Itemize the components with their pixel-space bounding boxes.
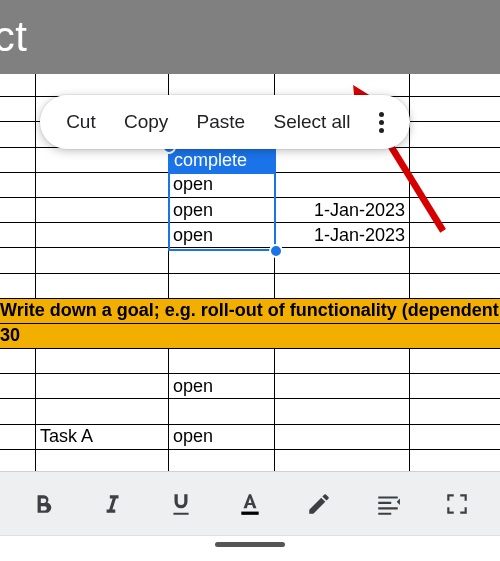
milestone-row: Write down a goal; e.g. roll-out of func… (0, 298, 500, 323)
cell-date[interactable]: 1-Jan-2023 (275, 223, 410, 248)
ctx-select-all[interactable]: Select all (267, 107, 356, 137)
expand-icon (444, 491, 470, 517)
cell-date[interactable]: 1-Jan-2023 (275, 197, 410, 222)
title-bar: ject (0, 0, 500, 74)
underline-icon (168, 491, 194, 517)
table-row (0, 273, 500, 298)
drag-handle[interactable] (215, 542, 285, 547)
table-row: Task A open (0, 424, 500, 449)
cell-status[interactable]: open (169, 374, 275, 399)
ctx-more-icon[interactable] (373, 106, 390, 139)
table-row: open (0, 172, 500, 197)
ctx-copy[interactable]: Copy (118, 107, 174, 137)
text-color-button[interactable] (225, 484, 275, 524)
table-row (0, 248, 500, 273)
cell-date[interactable] (275, 172, 410, 197)
document-title: ject (0, 13, 27, 61)
milestone-row: 30 (0, 323, 500, 348)
underline-button[interactable] (156, 484, 206, 524)
bottom-handle-bar (0, 535, 500, 561)
cell-label[interactable] (36, 374, 169, 399)
cell-status[interactable]: open (169, 223, 275, 248)
align-button[interactable] (363, 484, 413, 524)
expand-button[interactable] (432, 484, 482, 524)
table-row (0, 349, 500, 374)
text-color-icon (237, 491, 263, 517)
table-row: open 1-Jan-2023 (0, 223, 500, 248)
cell-due[interactable]: 10-Jan (410, 147, 501, 172)
fill-color-button[interactable] (294, 484, 344, 524)
ctx-cut[interactable]: Cut (60, 107, 102, 137)
cell-status[interactable]: open (169, 424, 275, 449)
bold-icon (30, 491, 56, 517)
cell-status[interactable]: open (169, 172, 275, 197)
italic-icon (99, 491, 125, 517)
milestone-text[interactable]: Write down a goal; e.g. roll-out of func… (0, 298, 500, 323)
table-row: open 1-Jan-2023 (0, 197, 500, 222)
context-menu: Cut Copy Paste Select all (40, 95, 410, 149)
bold-button[interactable] (18, 484, 68, 524)
svg-rect-2 (241, 511, 258, 514)
pencil-icon (306, 491, 332, 517)
ctx-paste[interactable]: Paste (191, 107, 252, 137)
italic-button[interactable] (87, 484, 137, 524)
table-row (0, 449, 500, 471)
table-row: 10-Jan (0, 147, 500, 172)
cell-status[interactable] (169, 147, 275, 172)
milestone-subtext[interactable]: 30 (0, 323, 500, 348)
align-icon (375, 491, 401, 517)
table-row (0, 399, 500, 424)
cell-date[interactable] (275, 147, 410, 172)
cell-status[interactable]: open (169, 197, 275, 222)
cell-label[interactable]: Task A (36, 424, 169, 449)
format-toolbar (0, 471, 500, 535)
table-row (0, 74, 500, 97)
table-row: open (0, 374, 500, 399)
